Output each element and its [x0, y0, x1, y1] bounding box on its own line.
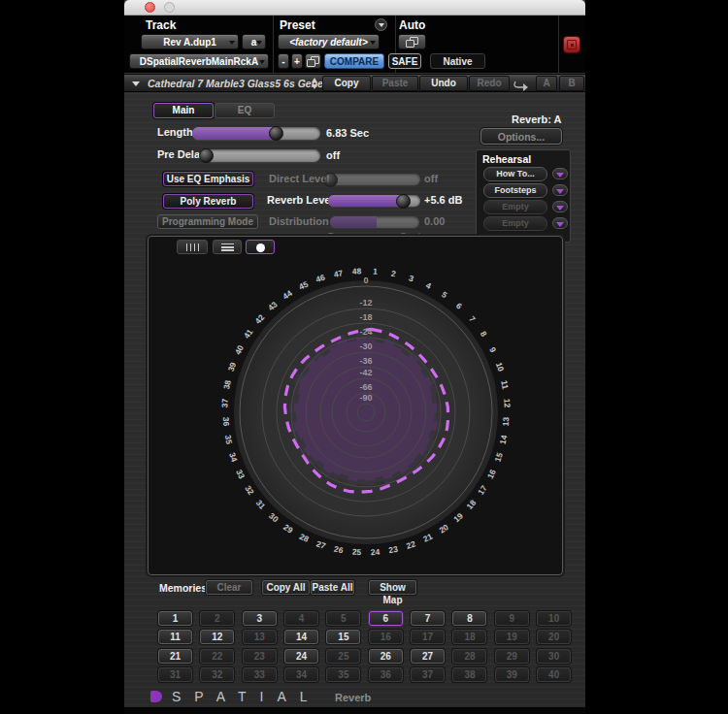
memory-button-10[interactable]: 10 — [537, 611, 571, 626]
copy-button[interactable]: Copy — [322, 76, 371, 91]
rehearsal-select-button[interactable] — [552, 184, 568, 196]
reverb-level-slider[interactable] — [328, 195, 420, 207]
pre-delay-slider[interactable] — [204, 149, 320, 162]
memory-button-34[interactable]: 34 — [284, 667, 318, 682]
preset-spinner-icon[interactable] — [311, 77, 319, 90]
memory-button-1[interactable]: 1 — [158, 611, 192, 626]
preset-dropdown-icon[interactable] — [132, 81, 140, 86]
close-icon[interactable] — [145, 2, 155, 13]
minimize-icon[interactable] — [164, 2, 175, 13]
memory-button-6[interactable]: 6 — [369, 611, 403, 626]
rehearsal-button[interactable]: Footsteps — [483, 183, 547, 198]
paste-button[interactable]: Paste — [372, 76, 418, 91]
tab-main[interactable]: Main — [153, 103, 214, 118]
preset-decrement-button[interactable]: - — [278, 53, 289, 69]
channel-label: 38 — [221, 379, 233, 390]
options-button[interactable]: Options... — [480, 128, 562, 145]
rehearsal-select-button[interactable] — [552, 217, 568, 229]
memory-button-32[interactable]: 32 — [200, 667, 234, 682]
distribution-slider[interactable] — [330, 216, 419, 228]
memory-button-26[interactable]: 26 — [369, 649, 403, 664]
memory-button-3[interactable]: 3 — [243, 611, 277, 626]
loop-arrow-icon[interactable] — [512, 78, 531, 90]
use-eq-emphasis-button[interactable]: Use EQ Emphasis — [163, 172, 253, 186]
memory-button-5[interactable]: 5 — [326, 611, 360, 626]
memory-button-19[interactable]: 19 — [495, 630, 529, 644]
target-icon[interactable] — [563, 36, 580, 53]
memory-button-8[interactable]: 8 — [452, 611, 486, 626]
memory-button-11[interactable]: 11 — [158, 630, 192, 644]
channel-label: 3 — [408, 273, 415, 283]
automation-selector[interactable]: a — [242, 34, 266, 49]
memory-button-15[interactable]: 15 — [326, 630, 360, 644]
plugin-selector[interactable]: DSpatialReverbMainRckA — [129, 53, 269, 69]
memory-button-37[interactable]: 37 — [411, 667, 445, 682]
memory-button-31[interactable]: 31 — [158, 667, 192, 682]
track-selector[interactable]: Rev A.dup1 — [141, 34, 239, 49]
memory-button-18[interactable]: 18 — [452, 630, 486, 644]
tab-eq[interactable]: EQ — [215, 103, 275, 118]
rehearsal-row: How To... — [477, 167, 570, 181]
preset-increment-button[interactable]: + — [291, 53, 303, 69]
memory-button-29[interactable]: 29 — [495, 649, 529, 664]
undo-button[interactable]: Undo — [419, 76, 468, 91]
memory-button-38[interactable]: 38 — [452, 667, 486, 682]
memory-button-30[interactable]: 30 — [537, 649, 571, 664]
poly-reverb-button[interactable]: Poly Reverb — [163, 194, 253, 209]
programming-mode-button[interactable]: Programming Mode — [157, 214, 258, 229]
memory-button-21[interactable]: 21 — [158, 649, 192, 664]
slider-knob[interactable] — [269, 126, 283, 141]
memory-button-2[interactable]: 2 — [200, 611, 234, 626]
librarian-menu-button[interactable] — [305, 53, 321, 69]
length-slider[interactable] — [192, 127, 320, 140]
clear-button[interactable]: Clear — [206, 580, 252, 595]
ab-b-button[interactable]: B — [559, 76, 584, 91]
memory-button-24[interactable]: 24 — [284, 649, 318, 664]
channel-label: 14 — [498, 434, 510, 444]
rehearsal-button[interactable]: Empty — [483, 216, 547, 231]
ab-a-button[interactable]: A — [536, 76, 557, 91]
memory-button-36[interactable]: 36 — [369, 667, 403, 682]
memory-button-35[interactable]: 35 — [326, 667, 360, 682]
copy-all-button[interactable]: Copy All — [262, 580, 310, 595]
channel-label: 10 — [494, 361, 507, 373]
safe-button[interactable]: SAFE — [388, 53, 421, 69]
current-preset-name[interactable]: Cathedral 7 Marble3 Glass5 6s Generic — [148, 78, 336, 89]
librarian-preset-selector[interactable]: <factory default> — [278, 34, 380, 49]
memory-button-25[interactable]: 25 — [326, 649, 360, 664]
memory-button-33[interactable]: 33 — [243, 667, 277, 682]
memory-button-17[interactable]: 17 — [411, 630, 445, 644]
memory-button-27[interactable]: 27 — [411, 649, 445, 664]
polar-display-panel: 1234567891011121314151617181920212223242… — [148, 236, 563, 575]
rehearsal-button[interactable]: How To... — [483, 167, 547, 181]
memory-button-22[interactable]: 22 — [200, 649, 234, 664]
memory-button-16[interactable]: 16 — [369, 630, 403, 644]
slider-knob[interactable] — [199, 148, 214, 163]
slider-knob[interactable] — [323, 173, 338, 187]
memory-button-4[interactable]: 4 — [284, 611, 318, 626]
compare-button[interactable]: COMPARE — [324, 53, 384, 69]
memory-button-9[interactable]: 9 — [495, 611, 529, 626]
memory-button-14[interactable]: 14 — [284, 630, 318, 644]
rehearsal-button[interactable]: Empty — [483, 200, 547, 214]
length-label: Length — [157, 126, 193, 138]
redo-button[interactable]: Redo — [469, 76, 510, 91]
memory-button-40[interactable]: 40 — [537, 667, 571, 682]
plugin-format-button[interactable]: Native — [430, 53, 485, 69]
memory-button-7[interactable]: 7 — [411, 611, 445, 626]
rehearsal-select-button[interactable] — [552, 168, 568, 179]
memory-button-12[interactable]: 12 — [200, 630, 234, 644]
show-map-button[interactable]: Show Map — [369, 580, 416, 595]
direct-level-slider[interactable] — [328, 174, 420, 185]
memory-button-28[interactable]: 28 — [452, 649, 486, 664]
auto-enable-button[interactable] — [398, 34, 426, 49]
memory-button-20[interactable]: 20 — [537, 630, 571, 644]
paste-all-button[interactable]: Paste All — [311, 580, 354, 595]
slider-knob[interactable] — [396, 194, 411, 209]
polar-plot[interactable]: 1234567891011121314151617181920212223242… — [149, 237, 562, 574]
rehearsal-select-button[interactable] — [552, 201, 568, 212]
preset-chevron-icon[interactable] — [375, 18, 387, 31]
memory-button-23[interactable]: 23 — [243, 649, 277, 664]
memory-button-39[interactable]: 39 — [495, 667, 529, 682]
memory-button-13[interactable]: 13 — [243, 630, 277, 644]
